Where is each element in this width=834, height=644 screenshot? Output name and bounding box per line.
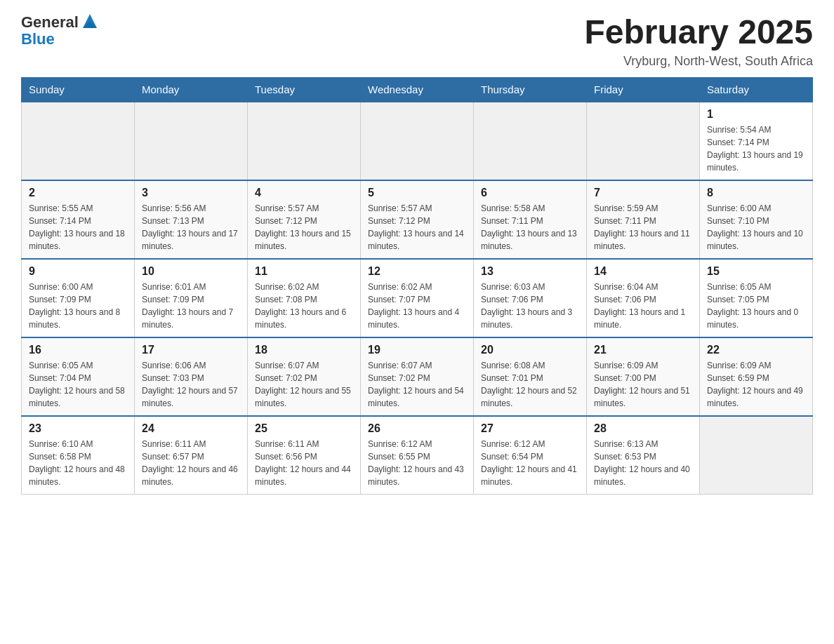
table-row [248, 102, 361, 180]
day-number: 2 [29, 187, 127, 199]
page-header: General Blue February 2025 Vryburg, Nort… [21, 14, 813, 69]
header-wednesday: Wednesday [361, 77, 474, 102]
header-monday: Monday [135, 77, 248, 102]
day-info: Sunrise: 5:59 AMSunset: 7:11 PMDaylight:… [594, 202, 692, 253]
day-number: 12 [368, 265, 466, 278]
day-info: Sunrise: 6:03 AMSunset: 7:06 PMDaylight:… [481, 281, 579, 331]
day-number: 5 [368, 187, 466, 199]
table-row [700, 416, 813, 495]
day-number: 24 [142, 422, 240, 435]
table-row: 3Sunrise: 5:56 AMSunset: 7:13 PMDaylight… [135, 180, 248, 259]
day-number: 28 [594, 422, 692, 435]
logo: General Blue [21, 14, 100, 48]
logo-general-text: General [21, 14, 79, 31]
day-info: Sunrise: 6:00 AMSunset: 7:10 PMDaylight:… [707, 202, 805, 253]
table-row: 5Sunrise: 5:57 AMSunset: 7:12 PMDaylight… [361, 180, 474, 259]
day-number: 26 [368, 422, 466, 435]
calendar-subtitle: Vryburg, North-West, South Africa [584, 54, 813, 69]
table-row: 6Sunrise: 5:58 AMSunset: 7:11 PMDaylight… [474, 180, 587, 259]
day-number: 10 [142, 265, 240, 278]
day-info: Sunrise: 6:00 AMSunset: 7:09 PMDaylight:… [29, 281, 127, 331]
day-info: Sunrise: 5:56 AMSunset: 7:13 PMDaylight:… [142, 202, 240, 253]
day-info: Sunrise: 5:57 AMSunset: 7:12 PMDaylight:… [255, 202, 353, 253]
table-row: 16Sunrise: 6:05 AMSunset: 7:04 PMDayligh… [22, 337, 135, 416]
table-row: 14Sunrise: 6:04 AMSunset: 7:06 PMDayligh… [587, 259, 700, 337]
day-number: 21 [594, 344, 692, 356]
day-number: 7 [594, 187, 692, 199]
table-row: 15Sunrise: 6:05 AMSunset: 7:05 PMDayligh… [700, 259, 813, 337]
day-number: 6 [481, 187, 579, 199]
header-sunday: Sunday [22, 77, 135, 102]
table-row: 7Sunrise: 5:59 AMSunset: 7:11 PMDaylight… [587, 180, 700, 259]
day-info: Sunrise: 6:11 AMSunset: 6:56 PMDaylight:… [255, 438, 353, 488]
table-row: 11Sunrise: 6:02 AMSunset: 7:08 PMDayligh… [248, 259, 361, 337]
day-info: Sunrise: 6:13 AMSunset: 6:53 PMDaylight:… [594, 438, 692, 488]
calendar-week-row: 16Sunrise: 6:05 AMSunset: 7:04 PMDayligh… [22, 337, 813, 416]
day-info: Sunrise: 5:55 AMSunset: 7:14 PMDaylight:… [29, 202, 127, 253]
calendar-week-row: 2Sunrise: 5:55 AMSunset: 7:14 PMDaylight… [22, 180, 813, 259]
table-row: 4Sunrise: 5:57 AMSunset: 7:12 PMDaylight… [248, 180, 361, 259]
table-row: 10Sunrise: 6:01 AMSunset: 7:09 PMDayligh… [135, 259, 248, 337]
calendar-header-row: Sunday Monday Tuesday Wednesday Thursday… [22, 77, 813, 102]
day-number: 25 [255, 422, 353, 435]
calendar-week-row: 9Sunrise: 6:00 AMSunset: 7:09 PMDaylight… [22, 259, 813, 337]
day-number: 11 [255, 265, 353, 278]
day-number: 19 [368, 344, 466, 356]
table-row [474, 102, 587, 180]
day-info: Sunrise: 6:07 AMSunset: 7:02 PMDaylight:… [368, 359, 466, 410]
day-info: Sunrise: 6:09 AMSunset: 6:59 PMDaylight:… [707, 359, 805, 410]
table-row: 17Sunrise: 6:06 AMSunset: 7:03 PMDayligh… [135, 337, 248, 416]
day-info: Sunrise: 6:02 AMSunset: 7:07 PMDaylight:… [368, 281, 466, 331]
table-row: 19Sunrise: 6:07 AMSunset: 7:02 PMDayligh… [361, 337, 474, 416]
table-row: 2Sunrise: 5:55 AMSunset: 7:14 PMDaylight… [22, 180, 135, 259]
day-info: Sunrise: 6:01 AMSunset: 7:09 PMDaylight:… [142, 281, 240, 331]
day-number: 20 [481, 344, 579, 356]
table-row: 27Sunrise: 6:12 AMSunset: 6:54 PMDayligh… [474, 416, 587, 495]
table-row: 22Sunrise: 6:09 AMSunset: 6:59 PMDayligh… [700, 337, 813, 416]
calendar-table: Sunday Monday Tuesday Wednesday Thursday… [21, 77, 813, 495]
table-row: 21Sunrise: 6:09 AMSunset: 7:00 PMDayligh… [587, 337, 700, 416]
day-number: 16 [29, 344, 127, 356]
day-number: 3 [142, 187, 240, 199]
day-number: 13 [481, 265, 579, 278]
day-number: 17 [142, 344, 240, 356]
day-info: Sunrise: 6:04 AMSunset: 7:06 PMDaylight:… [594, 281, 692, 331]
header-saturday: Saturday [700, 77, 813, 102]
day-info: Sunrise: 6:05 AMSunset: 7:05 PMDaylight:… [707, 281, 805, 331]
table-row: 20Sunrise: 6:08 AMSunset: 7:01 PMDayligh… [474, 337, 587, 416]
title-block: February 2025 Vryburg, North-West, South… [584, 14, 813, 69]
day-info: Sunrise: 5:57 AMSunset: 7:12 PMDaylight:… [368, 202, 466, 253]
day-info: Sunrise: 6:12 AMSunset: 6:55 PMDaylight:… [368, 438, 466, 488]
table-row: 23Sunrise: 6:10 AMSunset: 6:58 PMDayligh… [22, 416, 135, 495]
day-info: Sunrise: 6:10 AMSunset: 6:58 PMDaylight:… [29, 438, 127, 488]
day-number: 4 [255, 187, 353, 199]
day-info: Sunrise: 5:54 AMSunset: 7:14 PMDaylight:… [707, 123, 805, 174]
day-info: Sunrise: 6:05 AMSunset: 7:04 PMDaylight:… [29, 359, 127, 410]
day-info: Sunrise: 6:02 AMSunset: 7:08 PMDaylight:… [255, 281, 353, 331]
table-row [22, 102, 135, 180]
day-info: Sunrise: 5:58 AMSunset: 7:11 PMDaylight:… [481, 202, 579, 253]
header-tuesday: Tuesday [248, 77, 361, 102]
logo-icon [80, 11, 100, 31]
table-row [587, 102, 700, 180]
table-row: 24Sunrise: 6:11 AMSunset: 6:57 PMDayligh… [135, 416, 248, 495]
day-number: 1 [707, 108, 805, 121]
day-number: 9 [29, 265, 127, 278]
day-number: 8 [707, 187, 805, 199]
table-row: 12Sunrise: 6:02 AMSunset: 7:07 PMDayligh… [361, 259, 474, 337]
day-number: 18 [255, 344, 353, 356]
table-row [361, 102, 474, 180]
table-row: 1Sunrise: 5:54 AMSunset: 7:14 PMDaylight… [700, 102, 813, 180]
logo-blue-text: Blue [21, 31, 100, 48]
day-info: Sunrise: 6:08 AMSunset: 7:01 PMDaylight:… [481, 359, 579, 410]
day-info: Sunrise: 6:12 AMSunset: 6:54 PMDaylight:… [481, 438, 579, 488]
day-info: Sunrise: 6:07 AMSunset: 7:02 PMDaylight:… [255, 359, 353, 410]
table-row: 8Sunrise: 6:00 AMSunset: 7:10 PMDaylight… [700, 180, 813, 259]
day-info: Sunrise: 6:11 AMSunset: 6:57 PMDaylight:… [142, 438, 240, 488]
day-number: 27 [481, 422, 579, 435]
table-row: 18Sunrise: 6:07 AMSunset: 7:02 PMDayligh… [248, 337, 361, 416]
day-number: 15 [707, 265, 805, 278]
day-info: Sunrise: 6:09 AMSunset: 7:00 PMDaylight:… [594, 359, 692, 410]
calendar-week-row: 1Sunrise: 5:54 AMSunset: 7:14 PMDaylight… [22, 102, 813, 180]
header-thursday: Thursday [474, 77, 587, 102]
